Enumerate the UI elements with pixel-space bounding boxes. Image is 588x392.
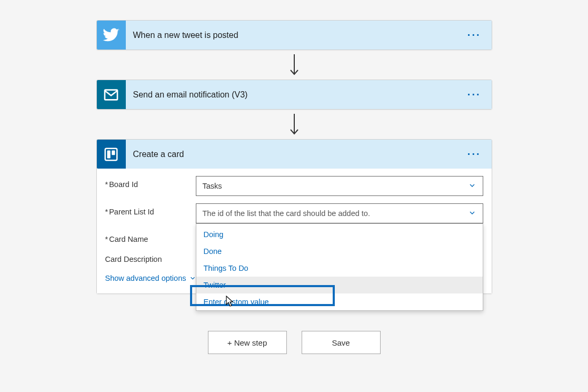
dropdown-value: Tasks <box>203 182 222 190</box>
step-card-twitter[interactable]: When a new tweet is posted ··· <box>96 20 492 50</box>
chevron-down-icon <box>468 181 476 191</box>
step-header-twitter[interactable]: When a new tweet is posted ··· <box>97 21 492 50</box>
board-id-dropdown[interactable]: Tasks <box>196 176 483 196</box>
twitter-icon <box>97 21 126 50</box>
step-card-trello: Create a card ··· *Board Id Tasks *Paren… <box>96 139 492 294</box>
list-item[interactable]: Enter custom value <box>196 293 483 310</box>
list-item[interactable]: Doing <box>196 226 483 243</box>
connector-arrow <box>96 110 492 139</box>
step-card-email[interactable]: Send an email notification (V3) ··· <box>96 80 492 110</box>
link-text: Show advanced options <box>105 274 186 282</box>
step-title: Create a card <box>133 150 464 159</box>
connector-arrow <box>96 50 492 80</box>
step-title: Send an email notification (V3) <box>133 90 464 100</box>
field-row-parent-list-id: *Parent List Id The id of the list that … <box>105 203 483 223</box>
save-button[interactable]: Save <box>302 331 381 354</box>
show-advanced-options-link[interactable]: Show advanced options <box>105 274 197 282</box>
label-text: Board Id <box>109 180 138 189</box>
field-label: *Board Id <box>105 176 196 189</box>
step-header-email[interactable]: Send an email notification (V3) ··· <box>97 80 492 109</box>
more-icon[interactable]: ··· <box>464 29 484 41</box>
label-text: Card Description <box>105 255 162 263</box>
flow-canvas: When a new tweet is posted ··· Send an e… <box>0 0 588 354</box>
bottom-button-row: + New step Save <box>96 331 492 354</box>
field-label: Card Description <box>105 251 196 263</box>
field-label: *Card Name <box>105 231 196 243</box>
parent-list-dropdown-menu: Doing Done Things To Do Twitter Enter cu… <box>196 223 483 311</box>
svg-rect-4 <box>107 150 111 158</box>
list-item[interactable]: Things To Do <box>196 260 483 277</box>
step-header-trello[interactable]: Create a card ··· <box>97 140 492 169</box>
dropdown-placeholder: The id of the list that the card should … <box>203 209 370 218</box>
parent-list-id-dropdown[interactable]: The id of the list that the card should … <box>196 203 483 223</box>
mail-icon <box>97 80 126 109</box>
chevron-down-icon <box>468 209 476 219</box>
more-icon[interactable]: ··· <box>464 148 484 160</box>
svg-rect-5 <box>112 150 115 155</box>
svg-rect-3 <box>105 148 117 160</box>
field-label: *Parent List Id <box>105 203 196 216</box>
list-item[interactable]: Twitter <box>196 277 483 293</box>
new-step-button[interactable]: + New step <box>208 331 287 354</box>
field-row-board-id: *Board Id Tasks <box>105 176 483 196</box>
step-body: *Board Id Tasks *Parent List Id The id o… <box>97 169 492 293</box>
label-text: Card Name <box>109 235 148 243</box>
trello-icon <box>97 140 126 169</box>
list-item[interactable]: Done <box>196 243 483 260</box>
label-text: Parent List Id <box>109 208 154 216</box>
step-title: When a new tweet is posted <box>133 31 464 40</box>
more-icon[interactable]: ··· <box>464 89 484 101</box>
